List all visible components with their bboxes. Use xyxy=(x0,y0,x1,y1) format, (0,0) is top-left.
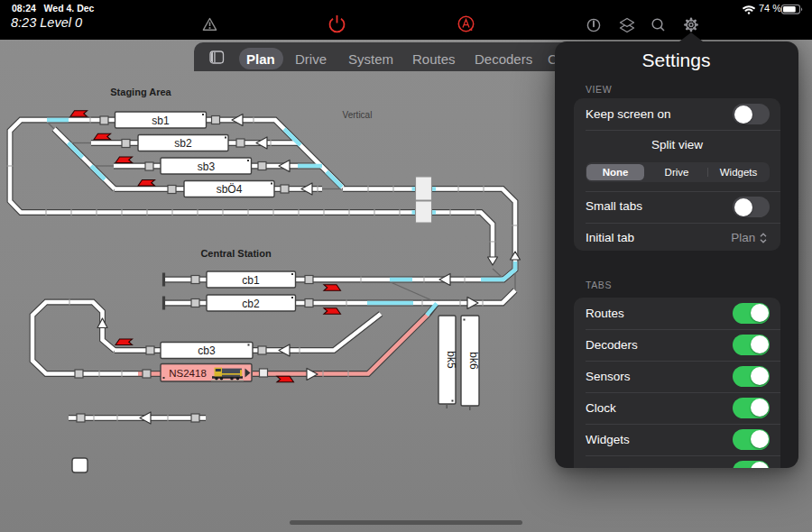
svg-text:bk5: bk5 xyxy=(445,351,457,369)
svg-text:cb3: cb3 xyxy=(198,344,216,357)
svg-text:sb3: sb3 xyxy=(198,161,216,173)
svg-text:cb2: cb2 xyxy=(242,298,260,310)
svg-text:sbÖ4: sbÖ4 xyxy=(217,183,243,196)
svg-text:bk6: bk6 xyxy=(467,352,480,370)
svg-text:Staging Area: Staging Area xyxy=(110,87,171,97)
svg-text:sb1: sb1 xyxy=(152,115,170,127)
svg-text:Vertical: Vertical xyxy=(343,110,373,120)
svg-text:cb1: cb1 xyxy=(242,274,260,287)
svg-text:NS2418: NS2418 xyxy=(169,368,207,379)
svg-text:Central Station: Central Station xyxy=(200,248,272,259)
svg-text:sb2: sb2 xyxy=(174,137,192,150)
